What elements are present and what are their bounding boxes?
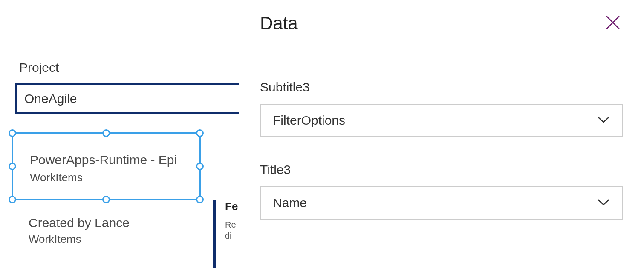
preview-line: Re (225, 219, 239, 230)
gallery-item[interactable]: Created by Lance WorkItems (29, 216, 130, 246)
project-label: Project (19, 60, 59, 75)
canvas-area: Project PowerApps-Runtime - Epi WorkItem… (0, 0, 239, 271)
dropdown-value: Name (273, 196, 307, 210)
project-input[interactable] (15, 83, 239, 114)
selected-gallery-item[interactable]: PowerApps-Runtime - Epi WorkItems (12, 132, 201, 200)
preview-heading: Fe (225, 200, 239, 213)
gallery-item-subtitle: WorkItems (29, 233, 130, 246)
data-panel: Data Subtitle3 FilterOptions Title3 Name (239, 0, 644, 271)
panel-header: Data (239, 0, 644, 34)
gallery-item-title: PowerApps-Runtime - Epi (30, 153, 198, 167)
field-label: Subtitle3 (260, 80, 623, 94)
close-icon (605, 25, 621, 32)
dropdown-value: FilterOptions (273, 113, 345, 128)
close-button[interactable] (603, 13, 623, 34)
resize-handle-top-left[interactable] (9, 129, 16, 137)
resize-handle-bottom-left[interactable] (9, 196, 16, 203)
subtitle3-dropdown[interactable]: FilterOptions (260, 104, 623, 137)
field-group-subtitle3: Subtitle3 FilterOptions (239, 80, 644, 137)
preview-line: di (225, 230, 239, 241)
preview-strip: Fe Re di (213, 200, 239, 268)
resize-handle-top-middle[interactable] (102, 129, 110, 137)
title3-dropdown[interactable]: Name (260, 186, 623, 220)
field-group-title3: Title3 Name (239, 163, 644, 220)
gallery-item-subtitle: WorkItems (30, 171, 83, 184)
panel-title: Data (260, 13, 298, 34)
chevron-down-icon (597, 116, 610, 125)
resize-handle-bottom-right[interactable] (196, 196, 204, 203)
chevron-down-icon (597, 199, 610, 207)
field-label: Title3 (260, 163, 623, 177)
resize-handle-middle-left[interactable] (9, 163, 16, 170)
resize-handle-bottom-middle[interactable] (102, 196, 110, 203)
resize-handle-top-right[interactable] (196, 129, 204, 137)
gallery-item-title: Created by Lance (29, 216, 130, 230)
